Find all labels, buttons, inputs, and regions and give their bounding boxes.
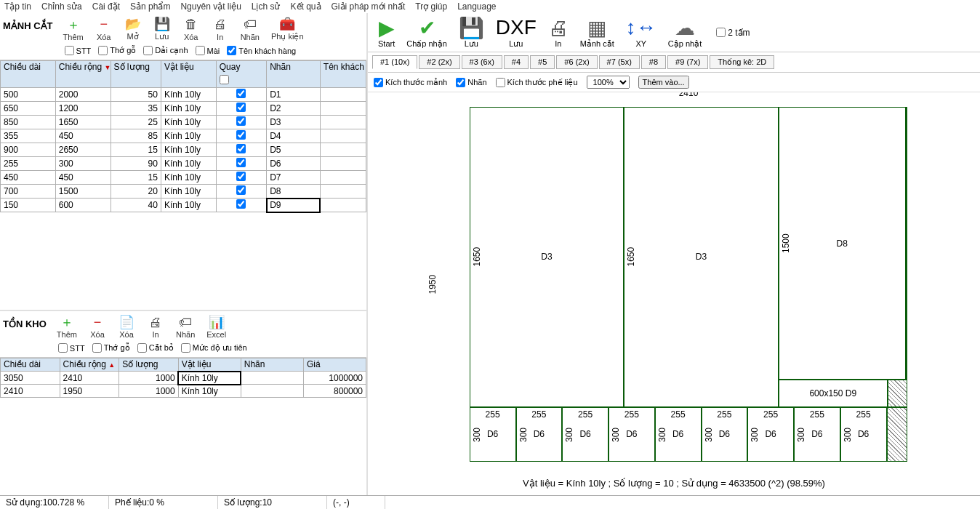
menu-item[interactable]: Chỉnh sửa	[41, 1, 82, 12]
sheet-tab[interactable]: #1 (10x)	[372, 55, 417, 69]
cut-piece[interactable]: 255300D6	[655, 407, 702, 462]
thêm-button[interactable]: ＋Thêm	[52, 313, 81, 340]
check-STT[interactable]: STT	[58, 343, 85, 353]
lưu-button[interactable]: DXFLưu	[490, 15, 542, 50]
cut-row[interactable]: 900265015Kính 10lyD5	[1, 143, 366, 157]
cut-row[interactable]: 700150020Kính 10lyD8	[1, 185, 366, 199]
cut-piece[interactable]: 255300D6	[470, 407, 516, 462]
stock-row[interactable]: 305024101000Kính 10ly1000000	[1, 372, 366, 385]
check-STT[interactable]: STT	[65, 46, 92, 55]
cut-row[interactable]: 45045015Kính 10lyD7	[1, 171, 366, 185]
cut-col-header[interactable]: Nhãn	[267, 61, 321, 88]
chấp nhận-button[interactable]: ✔Chấp nhận	[401, 15, 453, 50]
cut-piece[interactable]: 255300D6	[747, 407, 794, 462]
opt-Kích thước phế liệu[interactable]: Kích thước phế liệu	[496, 78, 578, 87]
in-button[interactable]: 🖨In	[207, 15, 233, 43]
cut-row[interactable]: 35545085Kính 10lyD4	[1, 129, 366, 143]
cut-col-header[interactable]: Tên khách hàng	[320, 61, 366, 88]
cut-piece[interactable]: 600x150 D9	[779, 380, 888, 407]
right-toolbar: ▶Start✔Chấp nhận💾LưuDXFLưu🖨In▦Mảnh cắt↕↔…	[368, 13, 980, 52]
cập nhật-button[interactable]: ☁Cập nhật	[662, 15, 707, 50]
sheet-width-label: 2410	[470, 92, 908, 98]
menu-item[interactable]: Language	[457, 1, 496, 12]
cut-col-header[interactable]: Quay	[216, 61, 266, 88]
sheet-tab[interactable]: #5	[530, 55, 555, 69]
cut-row[interactable]: 15060040Kính 10lyD9	[1, 199, 366, 212]
zoom-select[interactable]: 100%	[587, 76, 630, 89]
lưu-button[interactable]: 💾Lưu	[149, 15, 175, 43]
sheet-tab[interactable]: #6 (2x)	[556, 55, 597, 69]
cut-piece[interactable]: 255300D6	[516, 407, 563, 462]
cut-row[interactable]: 850165025Kính 10lyD3	[1, 116, 366, 129]
sheet-tab[interactable]: Thống kê: 2D	[710, 55, 774, 69]
stock-col-header[interactable]: Chiều rộng ▲	[60, 358, 119, 372]
cut-row[interactable]: 500200050Kính 10lyD1	[1, 88, 366, 102]
menu-item[interactable]: Nguyên vật liệu	[180, 1, 241, 12]
xóa-button[interactable]: −Xóa	[84, 313, 111, 340]
cut-row[interactable]: 25530090Kính 10lyD6	[1, 157, 366, 171]
excel-button[interactable]: 📊Excel	[202, 313, 230, 340]
lưu-button[interactable]: 💾Lưu	[453, 15, 490, 50]
opt-Nhãn[interactable]: Nhãn	[456, 78, 486, 87]
cut-row[interactable]: 650120035Kính 10lyD2	[1, 102, 366, 116]
nhãn-button[interactable]: 🏷Nhãn	[172, 313, 199, 340]
cut-piece[interactable]: 255300D6	[609, 407, 655, 462]
stock-col-header[interactable]: Vật liệu	[178, 358, 241, 372]
cut-piece[interactable]: 255300D6	[702, 407, 748, 462]
check-Dải cạnh[interactable]: Dải cạnh	[143, 46, 188, 55]
menu-item[interactable]: Cài đặt	[92, 1, 120, 12]
stock-checkrow: STTThớ gỗCắt bỏMức độ ưu tiên	[52, 340, 364, 356]
sheet-tab[interactable]: #9 (7x)	[667, 55, 708, 69]
waste-piece	[887, 407, 908, 462]
cut-piece[interactable]: 255300D6	[794, 407, 840, 462]
check-Cắt bỏ[interactable]: Cắt bỏ	[137, 343, 174, 353]
in-button[interactable]: 🖨In	[542, 15, 574, 50]
two-panel-check[interactable]: 2 tấm	[716, 28, 750, 38]
stock-col-header[interactable]: Nhãn	[241, 358, 303, 372]
stock-row[interactable]: 241019501000Kính 10ly800000	[1, 385, 366, 398]
in-button[interactable]: 🖨In	[142, 313, 169, 340]
menu-item[interactable]: Trợ giúp	[415, 1, 447, 12]
cutting-canvas[interactable]: 241019508508507001650D31650D31500D8600x1…	[368, 92, 980, 495]
start-button[interactable]: ▶Start	[372, 15, 401, 50]
thêm-button[interactable]: ＋Thêm	[59, 15, 88, 43]
cut-piece[interactable]: 255300D6	[840, 407, 887, 462]
xóa-button[interactable]: 📄Xóa	[113, 313, 140, 340]
menu-item[interactable]: Giải pháp mới nhất	[332, 1, 406, 12]
mảnh cắt-button[interactable]: ▦Mảnh cắt	[574, 15, 620, 50]
menu-item[interactable]: Sản phẩm	[130, 1, 170, 12]
phụ kiện-button[interactable]: 🧰Phụ kiện	[267, 15, 308, 43]
sheet-tab[interactable]: #4	[504, 55, 529, 69]
mở-button[interactable]: 📂Mở	[120, 15, 146, 43]
check-Tên khách hàng[interactable]: Tên khách hàng	[227, 46, 296, 55]
check-Mài[interactable]: Mài	[196, 46, 220, 55]
xóa-button[interactable]: −Xóa	[91, 15, 117, 43]
nhãn-button[interactable]: 🏷Nhãn	[236, 15, 264, 43]
check-Thớ gỗ[interactable]: Thớ gỗ	[98, 46, 136, 55]
menubar: Tập tinChỉnh sửaCài đặtSản phẩmNguyên vậ…	[0, 0, 980, 13]
sheet-tab[interactable]: #3 (6x)	[462, 55, 502, 69]
sheet-tab[interactable]: #7 (5x)	[599, 55, 640, 69]
cut-col-header[interactable]: Vật liệu	[161, 61, 216, 88]
stock-col-header[interactable]: Giá	[303, 358, 366, 372]
cut-col-header[interactable]: Chiều dài	[1, 61, 56, 88]
check-Mức độ ưu tiên[interactable]: Mức độ ưu tiên	[181, 343, 247, 353]
add-to-button[interactable]: Thêm vào...	[638, 76, 689, 89]
cut-piece[interactable]: 1650D3	[470, 107, 624, 407]
stock-col-header[interactable]: Chiều dài	[1, 358, 60, 372]
cut-col-header[interactable]: Chiều rộng ▼	[55, 61, 111, 88]
cut-piece[interactable]: 1650D3	[624, 107, 779, 407]
cut-col-header[interactable]: Số lượng	[111, 61, 161, 88]
check-Thớ gỗ[interactable]: Thớ gỗ	[92, 343, 130, 353]
menu-item[interactable]: Lịch sử	[252, 1, 281, 12]
sheet-tab[interactable]: #8	[641, 55, 666, 69]
menu-item[interactable]: Kết quả	[291, 1, 321, 12]
xóa-button[interactable]: 🗑Xóa	[178, 15, 204, 43]
xy-button[interactable]: ↕↔XY	[620, 15, 662, 50]
cut-piece[interactable]: 255300D6	[562, 407, 609, 462]
stock-col-header[interactable]: Số lượng	[119, 358, 179, 372]
menu-item[interactable]: Tập tin	[4, 1, 31, 12]
sheet-tab[interactable]: #2 (2x)	[419, 55, 459, 69]
opt-Kích thước mảnh[interactable]: Kích thước mảnh	[374, 78, 447, 87]
cut-piece[interactable]: 1500D8	[779, 107, 906, 380]
